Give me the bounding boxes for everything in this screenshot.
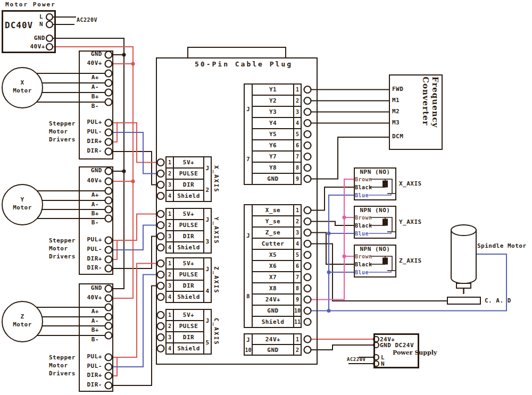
j8-row-pin: 11 (293, 316, 302, 328)
cad-label: C. A. D (485, 297, 511, 305)
sensor-x-blue: Blue (355, 192, 369, 199)
drv-z-a-plus: A+ (74, 308, 99, 315)
zaxis-jcol: J4 (203, 257, 212, 303)
spindle-motor-shape (451, 225, 476, 294)
fc-terminal-m3: M3 (392, 119, 400, 127)
j7-row-pin: 3 (293, 106, 302, 118)
plug-tab (187, 47, 286, 58)
j7-row-label: Y1 (252, 83, 294, 96)
mp-terminal-n: N (39, 21, 43, 28)
j7-row-pin: 8 (293, 162, 302, 174)
sensor-z-black: Black (355, 261, 372, 268)
drv-z-dir-minus: DIR- (78, 381, 102, 389)
drv-x-b-plus: B+ (74, 93, 99, 100)
spindle-motor-label: Spindle Motor (477, 242, 527, 250)
fc-terminal-m2: M2 (392, 108, 400, 115)
caxis-label: Shield (173, 342, 204, 355)
yaxis-label: Shield (173, 241, 204, 254)
j8-row-pin: 1 (293, 204, 302, 216)
cad-block (447, 297, 481, 305)
j7-row-label: Y5 (252, 128, 294, 140)
drv-x-b-minus: B- (74, 103, 99, 110)
drv-x-dir-plus: DIR+ (78, 138, 102, 145)
j8-row-label: 24V+ (252, 293, 294, 306)
drv-x-40v: 40V+ (78, 60, 102, 67)
j8-row-label: X6 (252, 260, 294, 272)
j8-row-pin: 2 (293, 215, 302, 228)
drv-z-pul-minus: PUL- (78, 363, 102, 370)
j8-row-label: X_se (252, 204, 294, 216)
j8-row-pin: 10 (293, 305, 302, 317)
xaxis-label: 5V+ (173, 156, 204, 169)
j7-row-pin: 1 (293, 83, 302, 96)
drv-x-a-plus: A+ (74, 74, 99, 81)
caxis-name: C_AXIS (212, 309, 220, 355)
drv-x-dir-minus: DIR- (78, 147, 102, 155)
zaxis-label: DIR (173, 280, 204, 292)
j10-row-pin: 2 (293, 344, 302, 356)
j7-row-pin: 4 (293, 117, 302, 129)
sensor-y-brown: Brown (355, 214, 372, 221)
z-motor-label2: Motor (6, 321, 38, 329)
sensor-x-title: NPN (NO) (354, 169, 396, 176)
j8-row-pin: 3 (293, 226, 302, 239)
caxis-label: DIR (173, 331, 204, 343)
j8-row-pin: 5 (293, 249, 302, 261)
drv-y-40v: 40V+ (78, 177, 102, 184)
j7-row-pin: 9 (293, 173, 302, 185)
drv-z-a-minus: A- (74, 317, 99, 325)
sensor-y-black: Black (355, 222, 372, 229)
j7-row-label: Y8 (252, 162, 294, 174)
sensor-x-axis-label: X_AXIS (399, 180, 422, 188)
drv-z-b-minus: B- (74, 336, 99, 343)
j7-row-label: Y4 (252, 117, 294, 129)
mp-terminal-gnd: GND (21, 35, 45, 42)
drv-y-a-minus: A- (74, 201, 99, 208)
ps-ac220v-label: AC220V (347, 357, 366, 363)
y-motor-label2: Motor (6, 204, 38, 212)
xaxis-label: Shield (173, 190, 204, 202)
drv-y-b-minus: B- (74, 219, 99, 226)
j8-row-label: X8 (252, 282, 294, 295)
j8-row-pin: 8 (293, 282, 302, 295)
j8-row-label: Shield (252, 316, 294, 328)
ps-title: Power Supply (393, 349, 437, 357)
mp-ac220v-label: AC220V (77, 16, 97, 23)
yaxis-name: Y_AXIS (212, 208, 220, 254)
j7-row-pin: 2 (293, 95, 302, 107)
mp-terminal-40v: 40V+ (21, 43, 45, 51)
xaxis-label: DIR (173, 179, 204, 191)
fc-title: Frequency Converter (422, 77, 439, 148)
xaxis-name: X_AXIS (212, 156, 220, 202)
yaxis-label: DIR (173, 230, 204, 242)
j8-row-pin: 9 (293, 293, 302, 306)
drv-y-gnd: GND (78, 167, 102, 174)
xaxis-label: PULSE (173, 167, 204, 180)
drv-x-pul-minus: PUL- (78, 128, 102, 136)
j8-row-label: Cutter (252, 238, 294, 250)
z-motor-label: Z (6, 313, 38, 321)
yaxis-jcol: J3 (203, 208, 212, 254)
j10-row-label: GND (252, 344, 294, 356)
sensor-y-blue: Blue (355, 230, 369, 237)
j8-row-label: GND (252, 305, 294, 317)
drv-z-gnd: GND (78, 284, 102, 292)
sensor-x-brown: Brown (355, 176, 372, 183)
x-motor-label: X (6, 79, 38, 87)
j8-row-pin: 7 (293, 271, 302, 283)
zaxis-label: PULSE (173, 268, 204, 281)
drv-y-pul-minus: PUL- (78, 246, 102, 253)
drv-x-a-minus: A- (74, 83, 99, 91)
drv-z-dir-plus: DIR+ (78, 372, 102, 379)
sensor-z-brown: Brown (355, 253, 372, 260)
wiring-diagram: Motor Power DC40V L N GND 40V+ AC220V GN… (0, 0, 532, 395)
motor-power-title: Motor Power (5, 1, 56, 9)
drv-z-b-plus: B+ (74, 326, 99, 334)
sensor-x-black: Black (355, 184, 372, 191)
drv-y-dir-minus: DIR- (78, 264, 102, 272)
zaxis-label: Shield (173, 291, 204, 303)
yaxis-label: 5V+ (173, 208, 204, 220)
drv-y-b-plus: B+ (74, 210, 99, 217)
j7-row-label: GND (252, 173, 294, 185)
fc-terminal-m1: M1 (392, 97, 400, 104)
